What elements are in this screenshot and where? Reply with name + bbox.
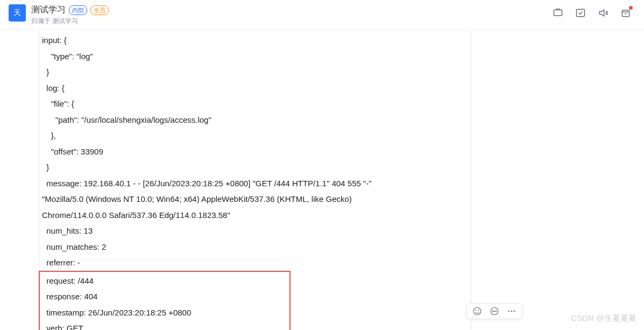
breadcrumb-link[interactable]: 测试学习 bbox=[52, 17, 78, 25]
emoji-icon[interactable] bbox=[472, 306, 482, 316]
svg-rect-0 bbox=[554, 10, 562, 16]
log-line-request: request: /444 bbox=[42, 273, 287, 289]
log-line: message: 192.168.40.1 - - [26/Jun/2023:2… bbox=[42, 175, 467, 192]
log-line-response: response: 404 bbox=[42, 289, 287, 305]
svg-point-12 bbox=[514, 311, 515, 312]
notification-dot bbox=[629, 6, 633, 10]
breadcrumb-prefix: 归属于 bbox=[31, 17, 52, 25]
log-line: Chrome/114.0.0.0 Safari/537.36 Edg/114.0… bbox=[42, 207, 467, 223]
svg-rect-2 bbox=[622, 10, 629, 17]
svg-point-5 bbox=[478, 310, 479, 311]
log-line-timestamp: timestamp: 26/Jun/2023:20:18:25 +0800 bbox=[42, 305, 287, 321]
watermark: CSDN @生夏夏夏 bbox=[571, 313, 636, 324]
log-line-verb: verb: GET bbox=[42, 320, 287, 330]
log-line: input: { bbox=[42, 32, 467, 48]
more-icon[interactable] bbox=[507, 306, 516, 316]
log-line: num_matches: 2 bbox=[42, 239, 467, 255]
svg-point-11 bbox=[511, 311, 513, 312]
log-line: "file": { bbox=[42, 96, 467, 112]
breadcrumb: 归属于 测试学习 bbox=[31, 17, 553, 26]
highlight-box: request: /444 response: 404 timestamp: 2… bbox=[39, 271, 291, 331]
badge-internal: 内部 bbox=[69, 5, 87, 15]
svg-point-9 bbox=[496, 311, 496, 311]
svg-point-4 bbox=[476, 310, 476, 311]
title-area: 测试学习 内部 全员 归属于 测试学习 bbox=[31, 4, 553, 26]
svg-point-10 bbox=[508, 311, 509, 312]
log-line: "path": "/usr/local/shengxia/logs/access… bbox=[42, 112, 467, 128]
check-icon[interactable] bbox=[575, 8, 586, 18]
svg-point-3 bbox=[473, 307, 481, 315]
header-actions bbox=[553, 4, 635, 18]
log-line: "Mozilla/5.0 (Windows NT 10.0; Win64; x6… bbox=[42, 191, 467, 207]
log-line: }, bbox=[42, 128, 467, 144]
log-content: input: { "type": "log" } log: { "file": … bbox=[42, 32, 467, 330]
log-line: "offset": 33909 bbox=[42, 144, 467, 160]
svg-rect-1 bbox=[577, 9, 585, 16]
content-area: input: { "type": "log" } log: { "file": … bbox=[0, 30, 644, 330]
log-line: num_hits: 13 bbox=[42, 223, 467, 239]
log-line: referrer: - bbox=[42, 255, 467, 271]
log-line: } bbox=[42, 64, 467, 80]
log-line: "type": "log" bbox=[42, 48, 467, 65]
badge-all: 全员 bbox=[90, 5, 109, 15]
svg-point-7 bbox=[492, 311, 493, 311]
archive-icon[interactable] bbox=[620, 8, 631, 18]
comment-icon[interactable] bbox=[490, 306, 499, 316]
header-bar: 天 测试学习 内部 全员 归属于 测试学习 bbox=[0, 0, 644, 30]
svg-point-8 bbox=[494, 311, 494, 311]
speaker-icon[interactable] bbox=[598, 8, 608, 18]
page-title: 测试学习 bbox=[31, 4, 66, 16]
tv-icon[interactable] bbox=[553, 8, 563, 18]
log-line: log: { bbox=[42, 80, 467, 96]
float-toolbar bbox=[466, 303, 522, 319]
app-icon: 天 bbox=[9, 4, 26, 22]
log-line: } bbox=[42, 159, 467, 175]
